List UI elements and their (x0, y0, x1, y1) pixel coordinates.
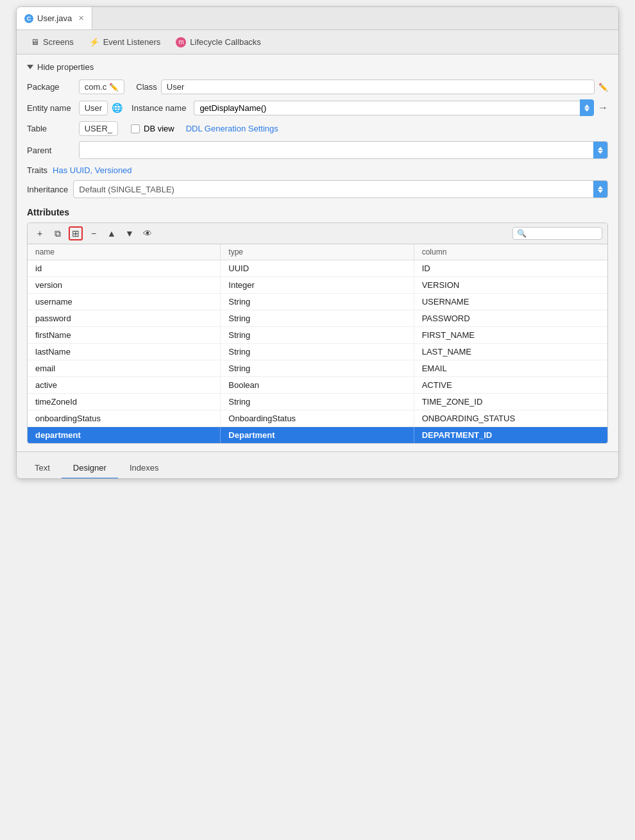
copy-attribute-button[interactable]: ⧉ (51, 226, 65, 240)
class-edit-icon[interactable]: ✏️ (598, 83, 608, 92)
class-value: User (167, 82, 184, 92)
cell-type: String (221, 310, 414, 326)
table-row[interactable]: id UUID ID (28, 260, 607, 277)
table-row[interactable]: department Department DEPARTMENT_ID (28, 427, 607, 443)
file-tab-label: User.java (37, 13, 72, 23)
instance-name-spinner[interactable] (580, 99, 594, 116)
table-row[interactable]: lastName String LAST_NAME (28, 344, 607, 360)
traits-row: Traits Has UUID, Versioned (27, 165, 608, 175)
cell-type: String (221, 344, 414, 360)
attributes-table-body: id UUID ID version Integer VERSION usern… (28, 260, 607, 443)
attributes-header: Attributes (27, 207, 608, 217)
main-window: C User.java ✕ 🖥 Screens ⚡ Event Listener… (16, 6, 619, 479)
tab-event-listeners[interactable]: ⚡ Event Listeners (83, 35, 167, 49)
tab-close-button[interactable]: ✕ (78, 14, 84, 22)
table-row[interactable]: active Boolean ACTIVE (28, 377, 607, 394)
table-row[interactable]: firstName String FIRST_NAME (28, 327, 607, 344)
table-row[interactable]: email String EMAIL (28, 360, 607, 377)
table-row[interactable]: password String PASSWORD (28, 310, 607, 327)
dbview-label: DB view (144, 124, 174, 133)
inheritance-spinner-down (598, 190, 603, 193)
parent-spinner[interactable] (593, 142, 607, 158)
cell-type: UUID (221, 260, 414, 276)
package-input[interactable]: com.c ✏️ (79, 80, 125, 94)
traits-label: Traits (27, 165, 47, 175)
arrow-right-icon[interactable]: → (598, 102, 608, 113)
search-input[interactable] (529, 229, 598, 238)
tab-event-listeners-label: Event Listeners (103, 37, 161, 47)
instance-name-label: Instance name (131, 103, 186, 113)
table-input[interactable]: USER_ (79, 121, 118, 136)
cell-name: version (28, 277, 221, 293)
move-up-button[interactable]: ▲ (105, 226, 119, 240)
cell-column: ONBOARDING_STATUS (414, 410, 607, 426)
bottom-tab-text[interactable]: Text (23, 458, 62, 479)
class-label: Class (136, 82, 157, 92)
ddl-link[interactable]: DDL Generation Settings (186, 124, 278, 133)
visibility-button[interactable]: 👁 (140, 226, 155, 240)
globe-icon[interactable]: 🌐 (112, 103, 123, 113)
cell-name: active (28, 377, 221, 393)
cell-type: String (221, 294, 414, 310)
col-header-name: name (28, 244, 221, 260)
move-up-icon: ▲ (107, 228, 116, 239)
inheritance-select[interactable]: Default (SINGLE_TABLE) (73, 180, 608, 198)
entity-name-input[interactable]: User (79, 101, 108, 115)
entity-name-label: Entity name (27, 103, 71, 113)
edit-attribute-button[interactable]: ⊞ (69, 226, 83, 240)
cell-column: DEPARTMENT_ID (414, 427, 607, 443)
table-row[interactable]: version Integer VERSION (28, 277, 607, 294)
cell-type: Integer (221, 277, 414, 293)
tab-lifecycle-callbacks[interactable]: m Lifecycle Callbacks (169, 35, 267, 50)
attribute-search[interactable]: 🔍 (512, 227, 602, 240)
parent-spinner-up (598, 147, 603, 150)
entity-name-value: User (85, 103, 102, 113)
traits-value[interactable]: Has UUID, Versioned (53, 165, 132, 175)
table-row[interactable]: username String USERNAME (28, 294, 607, 310)
file-tab[interactable]: C User.java ✕ (17, 7, 92, 29)
instance-name-input[interactable] (194, 101, 580, 115)
inheritance-spinner-up (598, 186, 603, 189)
cell-name: lastName (28, 344, 221, 360)
m-icon: m (176, 37, 186, 47)
properties-section-header[interactable]: Hide properties (27, 62, 608, 72)
move-down-icon: ▼ (125, 228, 134, 239)
cell-type: OnboardingStatus (221, 410, 414, 426)
parent-select[interactable] (79, 141, 608, 159)
col-header-column: column (414, 244, 607, 260)
table-row[interactable]: onboardingStatus OnboardingStatus ONBOAR… (28, 410, 607, 427)
cell-column: EMAIL (414, 360, 607, 376)
cell-name: email (28, 360, 221, 376)
package-edit-icon[interactable]: ✏️ (109, 83, 119, 92)
table-row[interactable]: timeZoneId String TIME_ZONE_ID (28, 394, 607, 410)
package-value: com.c (85, 82, 107, 92)
table-header: name type column (28, 244, 607, 260)
bottom-tabs: Text Designer Indexes (17, 451, 618, 478)
package-label: Package (27, 82, 71, 92)
bottom-tab-designer[interactable]: Designer (62, 458, 118, 479)
remove-attribute-button[interactable]: − (87, 226, 101, 240)
cell-column: USERNAME (414, 294, 607, 310)
tab-lifecycle-callbacks-label: Lifecycle Callbacks (190, 37, 261, 47)
properties-section-label: Hide properties (37, 62, 94, 72)
add-attribute-button[interactable]: + (33, 226, 47, 240)
bottom-tab-indexes[interactable]: Indexes (118, 458, 171, 479)
cell-type: Boolean (221, 377, 414, 393)
parent-spinner-down (598, 151, 603, 154)
class-input[interactable]: User (161, 80, 595, 94)
cell-name: id (28, 260, 221, 276)
attributes-table-container: + ⧉ ⊞ − ▲ ▼ 👁 🔍 (27, 223, 608, 444)
inheritance-spinner[interactable] (593, 181, 607, 197)
move-down-button[interactable]: ▼ (123, 226, 137, 240)
dbview-checkbox[interactable] (131, 124, 140, 133)
screens-icon: 🖥 (31, 37, 39, 47)
spinner-up-icon (584, 105, 589, 108)
cell-type: String (221, 394, 414, 410)
tab-screens-label: Screens (43, 37, 74, 47)
search-icon: 🔍 (517, 229, 527, 238)
cell-name: username (28, 294, 221, 310)
cell-column: ACTIVE (414, 377, 607, 393)
cell-column: VERSION (414, 277, 607, 293)
cell-column: TIME_ZONE_ID (414, 394, 607, 410)
tab-screens[interactable]: 🖥 Screens (24, 35, 80, 49)
